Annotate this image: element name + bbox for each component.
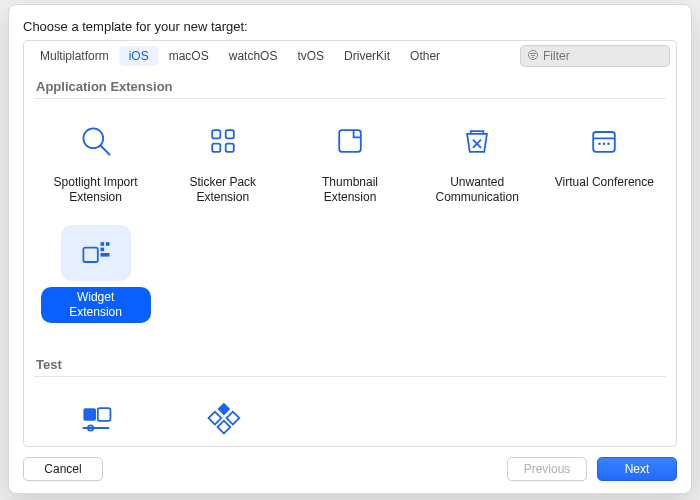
tab-macos[interactable]: macOS xyxy=(159,46,219,66)
template-label: Widget Extension xyxy=(41,287,151,323)
template-label: Unwanted Communication xyxy=(422,175,532,205)
svg-point-12 xyxy=(608,142,611,145)
thumbnail-icon xyxy=(315,113,385,169)
calendar-icon xyxy=(569,113,639,169)
tab-ios[interactable]: iOS xyxy=(119,46,159,66)
svg-rect-4 xyxy=(225,130,233,138)
cancel-button[interactable]: Cancel xyxy=(23,457,103,481)
template-label: Virtual Conference xyxy=(555,175,654,190)
previous-button[interactable]: Previous xyxy=(507,457,587,481)
svg-point-11 xyxy=(603,142,606,145)
widget-icon xyxy=(61,225,131,281)
template-label: Spotlight Import Extension xyxy=(41,175,151,205)
svg-rect-25 xyxy=(217,421,230,434)
template-chooser-sheet: Choose a template for your new target: M… xyxy=(8,4,692,494)
test-grid: UI Testing Bundle Unit Testing Bundle xyxy=(34,385,666,447)
filter-input[interactable] xyxy=(543,49,663,63)
svg-point-10 xyxy=(599,142,602,145)
template-unit-testing-bundle[interactable]: Unit Testing Bundle xyxy=(161,385,284,447)
app-ext-grid: Spotlight Import Extension Sticker Pack … xyxy=(34,107,666,329)
trash-x-icon xyxy=(442,113,512,169)
svg-rect-17 xyxy=(100,253,109,257)
section-test: Test xyxy=(34,349,666,377)
svg-rect-22 xyxy=(217,403,230,416)
sheet-title: Choose a template for your new target: xyxy=(23,19,677,34)
tab-watchos[interactable]: watchOS xyxy=(219,46,288,66)
uitest-icon xyxy=(61,391,131,447)
svg-rect-24 xyxy=(226,412,239,425)
svg-rect-19 xyxy=(97,408,110,421)
svg-rect-18 xyxy=(83,408,96,421)
section-application-extension: Application Extension xyxy=(34,71,666,99)
next-button[interactable]: Next xyxy=(597,457,677,481)
filter-field-wrap[interactable] xyxy=(520,45,670,67)
platform-tabbar: Multiplatform iOS macOS watchOS tvOS Dri… xyxy=(23,40,677,71)
svg-rect-6 xyxy=(225,144,233,152)
tab-tvos[interactable]: tvOS xyxy=(287,46,334,66)
diamond4-icon xyxy=(188,391,258,447)
template-ui-testing-bundle[interactable]: UI Testing Bundle xyxy=(34,385,157,447)
svg-rect-3 xyxy=(212,130,220,138)
svg-rect-8 xyxy=(594,132,616,152)
svg-rect-15 xyxy=(105,242,109,246)
tab-multiplatform[interactable]: Multiplatform xyxy=(30,46,119,66)
svg-line-2 xyxy=(100,146,109,155)
template-thumbnail-extension[interactable]: Thumbnail Extension xyxy=(288,107,411,211)
template-virtual-conference[interactable]: Virtual Conference xyxy=(543,107,666,211)
svg-rect-7 xyxy=(339,130,361,152)
template-label: Sticker Pack Extension xyxy=(168,175,278,205)
tab-driverkit[interactable]: DriverKit xyxy=(334,46,400,66)
template-scroll-area[interactable]: Application Extension Spotlight Import E… xyxy=(23,71,677,447)
footer-buttons: Cancel Previous Next xyxy=(23,447,677,481)
template-widget-extension[interactable]: Widget Extension xyxy=(34,219,157,329)
svg-rect-14 xyxy=(100,242,104,246)
svg-rect-16 xyxy=(100,248,104,252)
svg-rect-13 xyxy=(83,248,97,262)
grid4-icon xyxy=(188,113,258,169)
template-label: Thumbnail Extension xyxy=(295,175,405,205)
filter-icon xyxy=(527,49,539,63)
magnifier-icon xyxy=(61,113,131,169)
svg-rect-23 xyxy=(208,412,221,425)
template-sticker-pack[interactable]: Sticker Pack Extension xyxy=(161,107,284,211)
template-spotlight-import[interactable]: Spotlight Import Extension xyxy=(34,107,157,211)
svg-rect-5 xyxy=(212,144,220,152)
tab-other[interactable]: Other xyxy=(400,46,450,66)
template-unwanted-communication[interactable]: Unwanted Communication xyxy=(416,107,539,211)
